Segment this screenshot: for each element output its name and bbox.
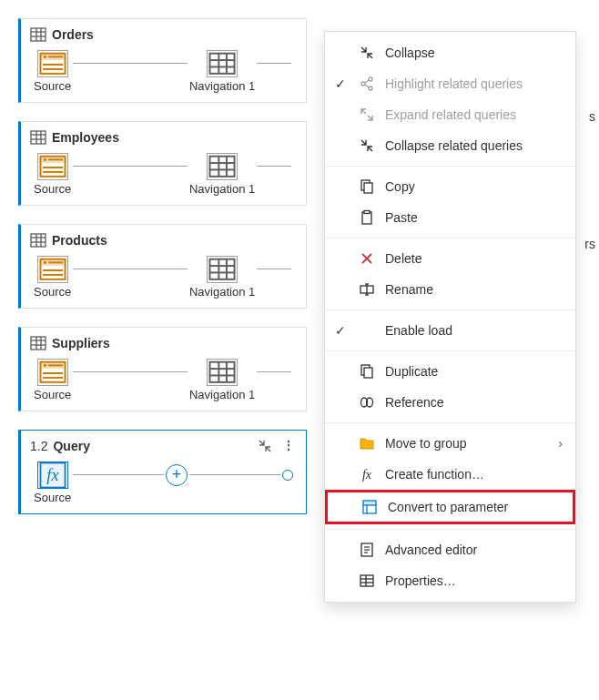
step-source[interactable]: Source	[34, 50, 71, 93]
properties-icon	[358, 572, 376, 590]
query-flow: Source +	[30, 462, 297, 508]
step-source[interactable]: Source	[34, 462, 71, 504]
chevron-right-icon: ›	[558, 436, 563, 451]
reference-icon	[358, 393, 376, 411]
menu-move-to-group[interactable]: Move to group ›	[325, 428, 575, 459]
menu-separator	[325, 309, 575, 310]
connector	[257, 166, 291, 167]
table-icon	[30, 335, 46, 351]
table-icon	[30, 26, 46, 43]
step-navigation-1[interactable]: Navigation 1	[189, 153, 255, 196]
connector	[73, 474, 164, 475]
query-title-text: Orders	[52, 27, 94, 42]
menu-separator	[325, 166, 575, 167]
menu-expand-related: Expand related queries	[325, 99, 575, 130]
menu-enable-load[interactable]: ✓ Enable load	[325, 315, 575, 346]
connector	[189, 474, 280, 475]
query-flow: Source Navigation 1	[30, 50, 297, 96]
collapse-icon	[358, 44, 376, 62]
menu-delete[interactable]: Delete	[325, 243, 575, 274]
menu-collapse-related[interactable]: Collapse related queries	[325, 130, 575, 161]
query-title: Orders	[30, 26, 297, 43]
query-card-query[interactable]: 1.2 Query ⋮ Source +	[18, 430, 307, 514]
connector	[73, 269, 188, 269]
menu-reference[interactable]: Reference	[325, 387, 575, 418]
connector	[257, 371, 291, 372]
folder-icon	[358, 434, 376, 452]
query-card-suppliers[interactable]: Suppliers Source Navigation 1	[18, 327, 307, 411]
connector	[73, 371, 188, 372]
step-source[interactable]: Source	[34, 256, 71, 299]
add-step-button[interactable]: +	[166, 464, 188, 486]
connector	[257, 63, 291, 64]
expand-icon	[358, 106, 376, 124]
delete-icon	[358, 249, 376, 268]
menu-separator	[325, 529, 575, 530]
rename-icon	[358, 280, 376, 299]
step-navigation-1[interactable]: Navigation 1	[189, 359, 255, 401]
menu-separator	[325, 422, 575, 423]
connector	[73, 166, 188, 167]
menu-separator	[325, 238, 575, 238]
step-navigation-1[interactable]: Navigation 1	[189, 50, 255, 93]
query-title: 1.2 Query ⋮	[30, 438, 297, 454]
connector	[73, 63, 188, 64]
query-title-text: Employees	[52, 130, 119, 145]
query-title-text: Products	[52, 233, 107, 248]
step-source[interactable]: Source	[34, 359, 71, 401]
table-icon	[30, 129, 46, 146]
editor-icon	[358, 541, 376, 559]
highlight-box: Convert to parameter	[325, 490, 575, 524]
query-prefix: 1.2	[30, 439, 47, 453]
context-menu: Collapse ✓ Highlight related queries Exp…	[324, 31, 576, 603]
menu-separator	[325, 350, 575, 351]
peek-text: s	[589, 109, 595, 124]
query-title-text: Query	[53, 439, 89, 453]
query-flow: Source Navigation 1	[30, 359, 297, 405]
menu-rename[interactable]: Rename	[325, 274, 575, 305]
fx-icon	[358, 465, 376, 483]
blank-icon	[358, 321, 376, 340]
menu-highlight-related: ✓ Highlight related queries	[325, 68, 575, 99]
query-flow: Source Navigation 1	[30, 153, 297, 199]
query-title: Suppliers	[30, 335, 297, 351]
collapse-icon	[358, 137, 376, 155]
menu-properties[interactable]: Properties…	[325, 565, 575, 596]
more-icon[interactable]: ⋮	[280, 438, 297, 454]
menu-create-function[interactable]: Create function…	[325, 459, 575, 490]
menu-convert-to-parameter[interactable]: Convert to parameter	[328, 492, 573, 522]
query-card-employees[interactable]: Employees Source Navigation 1	[18, 121, 307, 206]
step-source[interactable]: Source	[34, 153, 71, 196]
paste-icon	[358, 208, 376, 227]
menu-duplicate[interactable]: Duplicate	[325, 356, 575, 387]
collapse-icon[interactable]	[257, 438, 273, 454]
query-title: Products	[30, 232, 297, 249]
menu-advanced-editor[interactable]: Advanced editor	[325, 534, 575, 565]
duplicate-icon	[358, 362, 376, 380]
query-title-text: Suppliers	[52, 336, 110, 350]
query-card-products[interactable]: Products Source Navigation 1	[18, 224, 307, 309]
query-card-orders[interactable]: Orders Source Navigation 1	[18, 18, 307, 103]
menu-copy[interactable]: Copy	[325, 171, 575, 202]
copy-icon	[358, 178, 376, 196]
peek-text: rs	[584, 237, 595, 251]
parameter-icon	[360, 498, 379, 516]
connector	[257, 269, 291, 269]
table-icon	[30, 232, 46, 249]
menu-collapse[interactable]: Collapse	[325, 37, 575, 68]
step-navigation-1[interactable]: Navigation 1	[189, 256, 255, 299]
query-flow: Source Navigation 1	[30, 256, 297, 302]
end-node	[282, 470, 293, 481]
menu-paste[interactable]: Paste	[325, 202, 575, 233]
share-icon	[358, 75, 376, 93]
query-title: Employees	[30, 129, 297, 146]
